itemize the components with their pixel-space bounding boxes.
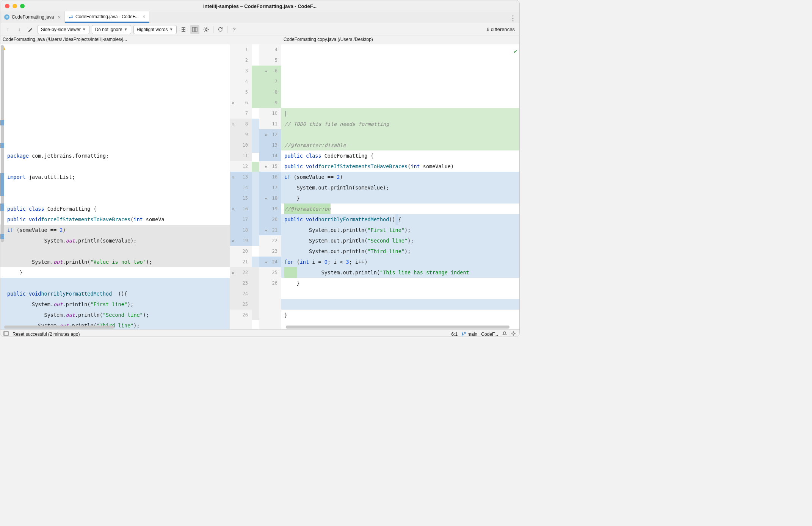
line-number: 25 bbox=[259, 267, 281, 278]
code-line[interactable]: } bbox=[281, 278, 519, 288]
code-line[interactable]: public class CodeFormatting { bbox=[281, 150, 519, 161]
diff-marker[interactable] bbox=[0, 143, 4, 148]
code-line[interactable]: //@formatter:on bbox=[281, 204, 519, 214]
code-line[interactable] bbox=[281, 129, 519, 140]
code-line[interactable]: | bbox=[281, 108, 519, 119]
viewer-mode-dropdown[interactable]: Side-by-side viewer ▼ bbox=[38, 25, 89, 34]
tab-codeformatting[interactable]: C CodeFormatting.java × bbox=[0, 11, 65, 23]
code-line[interactable]: public void horriblyFormattedMethod() { bbox=[281, 214, 519, 225]
tab-diff-codeformatting[interactable]: ⇄ CodeFormatting.java - CodeF... × bbox=[65, 11, 149, 23]
apply-diff-icon[interactable]: » bbox=[232, 121, 235, 127]
code-line[interactable] bbox=[0, 193, 230, 204]
apply-diff-icon[interactable]: » bbox=[232, 206, 235, 212]
diff-marker[interactable] bbox=[0, 204, 4, 211]
code-line[interactable] bbox=[0, 161, 230, 172]
line-number: 24 bbox=[230, 288, 252, 299]
code-line[interactable]: System.out.println("Value is not two"); bbox=[0, 257, 230, 267]
collapse-unchanged-icon[interactable] bbox=[179, 25, 188, 34]
apply-diff-icon[interactable]: » bbox=[232, 174, 235, 180]
code-line[interactable] bbox=[0, 278, 230, 288]
line-number: 8 bbox=[259, 87, 281, 97]
java-class-icon: C bbox=[4, 14, 9, 20]
notifications-icon[interactable] bbox=[502, 331, 507, 337]
line-number: 20 bbox=[230, 246, 252, 257]
highlight-mode-dropdown[interactable]: Highlight words ▼ bbox=[133, 25, 177, 34]
line-number: 1 bbox=[230, 44, 252, 55]
line-number: 14 bbox=[230, 182, 252, 193]
tab-label: CodeFormatting.java - CodeF... bbox=[75, 14, 139, 19]
editor-tabbar: C CodeFormatting.java × ⇄ CodeFormatting… bbox=[0, 12, 519, 23]
diff-marker[interactable] bbox=[0, 120, 4, 125]
line-number: 12 bbox=[230, 161, 252, 172]
code-line[interactable]: // TODO this file needs formatting bbox=[281, 119, 519, 129]
scrollbar-horizontal[interactable] bbox=[4, 326, 114, 329]
code-line[interactable] bbox=[281, 97, 519, 108]
close-icon[interactable]: × bbox=[143, 14, 146, 19]
diff-view: package com.jetbrains.formatting;import … bbox=[0, 44, 519, 329]
code-line[interactable]: System.out.println("Third line"); bbox=[281, 246, 519, 257]
cursor-position[interactable]: 6:1 bbox=[451, 332, 458, 337]
code-line[interactable]: for (int i = 0; i < 3; i++) bbox=[281, 257, 519, 267]
code-line[interactable]: package com.jetbrains.formatting; bbox=[0, 150, 230, 161]
code-line[interactable]: System.out.println(someValue); bbox=[281, 182, 519, 193]
apply-diff-icon[interactable]: « bbox=[265, 227, 268, 233]
diff-connector-segment bbox=[252, 162, 259, 172]
diff-marker[interactable] bbox=[0, 234, 4, 239]
code-line[interactable]: } bbox=[0, 267, 230, 278]
line-number: 16 bbox=[259, 172, 281, 182]
code-line[interactable]: public void forceIfStatementsToHaveBrace… bbox=[281, 161, 519, 172]
apply-diff-icon[interactable]: « bbox=[265, 164, 268, 169]
line-number: 19» bbox=[230, 235, 252, 246]
apply-diff-icon[interactable]: « bbox=[265, 68, 268, 74]
code-line[interactable]: System.out.println("This line has strang… bbox=[281, 267, 519, 278]
apply-diff-icon[interactable]: » bbox=[232, 270, 235, 276]
code-line[interactable]: public void horriblyFormattedMethod (){ bbox=[0, 288, 230, 299]
apply-diff-icon[interactable]: « bbox=[265, 196, 268, 201]
code-line[interactable]: public void forceIfStatementsToHaveBrace… bbox=[0, 214, 230, 225]
code-line[interactable]: public class CodeFormatting { bbox=[0, 204, 230, 214]
left-editor[interactable]: package com.jetbrains.formatting;import … bbox=[0, 44, 230, 329]
diff-icon: ⇄ bbox=[69, 14, 73, 20]
settings-icon[interactable] bbox=[202, 25, 211, 34]
settings-icon[interactable] bbox=[511, 331, 516, 337]
edit-icon[interactable] bbox=[26, 25, 35, 34]
help-icon[interactable]: ? bbox=[230, 25, 239, 34]
apply-diff-icon[interactable]: » bbox=[232, 238, 235, 244]
line-number: 17 bbox=[230, 214, 252, 225]
scrollbar-horizontal[interactable] bbox=[286, 326, 509, 329]
right-editor[interactable]: ✔ |// TODO this file needs formatting//@… bbox=[281, 44, 519, 329]
git-branch[interactable]: main bbox=[461, 332, 477, 337]
tool-window-icon[interactable] bbox=[3, 331, 9, 337]
prev-diff-button[interactable]: ↑ bbox=[3, 25, 13, 34]
apply-diff-icon[interactable]: « bbox=[265, 132, 268, 138]
code-line[interactable] bbox=[0, 182, 230, 193]
close-icon[interactable]: × bbox=[58, 14, 61, 20]
code-line[interactable]: if (someValue == 2) bbox=[281, 172, 519, 182]
code-line[interactable]: System.out.println("First line"); bbox=[0, 299, 230, 310]
code-line[interactable]: System.out.println(someValue); bbox=[0, 235, 230, 246]
code-line[interactable]: } bbox=[281, 193, 519, 204]
code-line[interactable] bbox=[281, 299, 519, 310]
code-line[interactable]: } bbox=[281, 310, 519, 320]
diff-marker[interactable] bbox=[0, 173, 4, 196]
code-line[interactable]: import java.util.List; bbox=[0, 172, 230, 182]
tabbar-menu-icon[interactable]: ⋮ bbox=[509, 14, 516, 22]
code-line[interactable]: System.out.println("Second line"); bbox=[0, 310, 230, 320]
apply-diff-icon[interactable]: « bbox=[265, 259, 268, 265]
branch-extra-label[interactable]: CodeF... bbox=[481, 332, 498, 337]
ignore-mode-dropdown[interactable]: Do not ignore ▼ bbox=[92, 25, 131, 34]
line-number: 4 bbox=[230, 76, 252, 87]
code-line[interactable]: //@formatter:disable bbox=[281, 140, 519, 150]
code-line[interactable] bbox=[0, 246, 230, 257]
line-number: 10 bbox=[230, 140, 252, 150]
code-line[interactable]: System.out.println("First line"); bbox=[281, 225, 519, 235]
apply-diff-icon[interactable]: » bbox=[232, 100, 235, 106]
sync-scroll-icon[interactable] bbox=[190, 25, 199, 34]
code-line[interactable]: if (someValue == 2) bbox=[0, 225, 230, 235]
line-number: 7 bbox=[230, 108, 252, 119]
code-line[interactable] bbox=[281, 288, 519, 299]
refresh-icon[interactable] bbox=[216, 25, 225, 34]
code-line[interactable]: System.out.println("Second line"); bbox=[281, 235, 519, 246]
next-diff-button[interactable]: ↓ bbox=[15, 25, 24, 34]
code-line[interactable] bbox=[281, 87, 519, 97]
